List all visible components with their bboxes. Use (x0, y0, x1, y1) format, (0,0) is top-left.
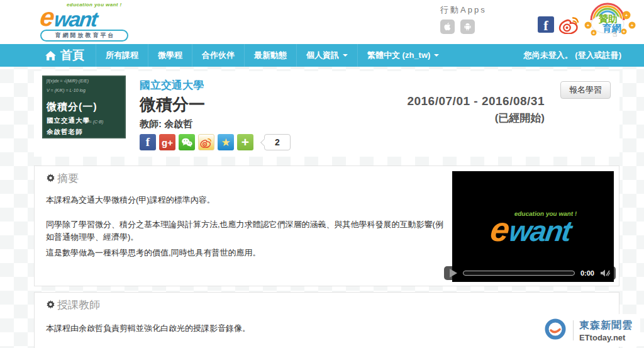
logo-word-want: want (53, 11, 98, 28)
share-wechat-icon[interactable] (179, 134, 195, 150)
teacher-paragraph: 本課程由余啟哲負責剪輯並強化白啟光的授課影音錄像。 (46, 322, 608, 335)
hand-cursor-icon: ☝ (613, 30, 617, 38)
nav-dropdown-profile[interactable]: 個人資訊 (296, 44, 357, 67)
ettoday-watermark: 東森新聞雲 ETtoday.net (538, 314, 640, 347)
watermark-en: ETtoday.net (579, 333, 633, 342)
main-container: ∫f(x)dx = √(M/R)·(E/E) V = (K/K) = L·10 … (34, 71, 619, 348)
course-teacher: 教師: 余啟哲 (140, 118, 407, 130)
summary-paragraph: 這是數學做為一種科學思考的價值,同時也具有普世的應用。 (46, 247, 445, 259)
summary-text: 本課程為交通大學微積分(甲)課程的標準內容。 同學除了學習微分、積分之基本理論與… (46, 194, 445, 259)
nav-dropdown-label: 個人資訊 (306, 50, 339, 61)
svg-text:+: + (592, 31, 595, 35)
top-header: education you want ! ewant 育網開放教育平台 行動Ap… (0, 0, 644, 44)
watermark-cn: 東森新聞雲 (579, 319, 633, 332)
home-icon (45, 51, 56, 60)
main-navbar: 首頁 所有課程 微學程 合作伙伴 最新動態 個人資訊 繁體中文 (zh_tw) … (0, 44, 644, 67)
summary-section: 摘要 本課程為交通大學微積分(甲)課程的標準內容。 同學除了學習微分、積分之基本… (34, 166, 619, 286)
nav-item-label: 合作伙伴 (202, 50, 235, 61)
watermark-divider (573, 320, 574, 340)
teacher-heading: 授課教師 (46, 298, 608, 312)
share-weibo-icon[interactable] (198, 134, 214, 150)
course-title: 微積分一 (140, 94, 407, 116)
svg-text:+: + (587, 23, 589, 28)
nav-item-news[interactable]: 最新動態 (244, 44, 296, 67)
video-ewant-logo: education you want ! ewant (489, 210, 577, 243)
course-university-link[interactable]: 國立交通大學 (140, 78, 407, 93)
chevron-down-icon (343, 54, 348, 57)
share-row: f g+ ★ + 2 (140, 134, 407, 150)
course-date-range: 2016/07/01 - 2016/08/31 (407, 94, 545, 108)
nav-home[interactable]: 首頁 (34, 44, 96, 67)
nav-dropdown-label: 繁體中文 (zh_tw) (367, 50, 430, 61)
sponsor-ewant-badge[interactable]: 贊助 育網 + + + + + ☝ (582, 1, 638, 43)
summary-heading-label: 摘要 (57, 171, 79, 186)
nav-item-label: 所有課程 (106, 50, 138, 61)
svg-text:+: + (631, 23, 633, 28)
video-logo-word-want: want (508, 220, 572, 243)
nav-dropdown-language[interactable]: 繁體中文 (zh_tw) (357, 44, 448, 67)
logo-wordmark: ewant (39, 6, 137, 28)
enroll-button[interactable]: 報名學習 (560, 81, 611, 99)
intro-video-player: education you want ! ewant 0:00 (452, 171, 614, 282)
logo-subtitle: 育網開放教育平台 (40, 30, 128, 42)
thumb-text: 微積分(一) 國立交通大學 余啟哲老師 (47, 101, 97, 137)
mobile-apps-label: 行動Apps (440, 4, 487, 16)
chevron-down-icon (434, 54, 439, 57)
thumb-formula: ∫f(x)dx = √(M/R)·(E/E) (47, 79, 89, 83)
video-progress-bar[interactable] (463, 271, 575, 276)
course-thumbnail[interactable]: ∫f(x)dx = √(M/R)·(E/E) V = (K/K) = L·10 … (42, 76, 126, 138)
thumb-formula: V = (K/K) = L·10 log (47, 88, 86, 93)
login-link[interactable]: 您尚未登入。 (登入或註冊) (524, 44, 644, 67)
mobile-apps-block: 行動Apps (440, 4, 487, 34)
ettoday-logo-icon (543, 317, 567, 344)
course-status: (已經開始) (407, 111, 545, 125)
svg-text:+: + (625, 13, 628, 18)
share-facebook-icon[interactable]: f (140, 134, 156, 150)
nav-item-micro-programs[interactable]: 微學程 (148, 44, 192, 67)
nav-home-label: 首頁 (60, 47, 84, 64)
video-screen[interactable]: education you want ! ewant (452, 171, 614, 282)
ewant-logo[interactable]: education you want ! ewant 育網開放教育平台 (40, 2, 136, 42)
share-qzone-icon[interactable]: ★ (218, 134, 234, 150)
thumb-teacher: 余啟哲老師 (47, 128, 97, 137)
share-googleplus-icon[interactable]: g+ (159, 134, 175, 150)
video-time: 0:00 (580, 269, 594, 277)
nav-item-label: 最新動態 (254, 50, 287, 61)
teacher-heading-label: 授課教師 (57, 298, 100, 312)
weibo-icon[interactable] (558, 15, 581, 36)
gear-icon (46, 174, 55, 183)
summary-paragraph: 本課程為交通大學微積分(甲)課程的標準內容。 (46, 194, 445, 206)
course-header-card: ∫f(x)dx = √(M/R)·(E/E) V = (K/K) = L·10 … (34, 71, 619, 157)
apple-appstore-icon[interactable] (440, 20, 455, 34)
nav-item-all-courses[interactable]: 所有課程 (96, 44, 148, 67)
play-button-icon[interactable] (450, 269, 457, 278)
course-info: 國立交通大學 微積分一 教師: 余啟哲 f g+ ★ + 2 (140, 76, 407, 150)
course-right-block: 2016/07/01 - 2016/08/31 (已經開始) 報名學習 (407, 79, 611, 150)
summary-paragraph: 同學除了學習微分、積分之基本理論與計算方法,也應力求體認它們深層的涵義、與其他學… (46, 218, 445, 244)
course-dates: 2016/07/01 - 2016/08/31 (已經開始) (407, 94, 545, 125)
thumb-course-title: 微積分(一) (47, 101, 97, 114)
video-logo-wordmark: ewant (489, 216, 577, 243)
teacher-section: 授課教師 本課程由余啟哲負責剪輯並強化白啟光的授課影音錄像。 ---------… (34, 292, 619, 348)
facebook-icon[interactable]: f (538, 16, 554, 33)
thumb-university: 國立交通大學 (47, 116, 97, 125)
share-more-icon[interactable]: + (237, 134, 253, 150)
share-count-badge: 2 (264, 134, 291, 150)
android-playstore-icon[interactable] (460, 20, 475, 34)
sponsor-badge-text-2: 育網 (602, 23, 621, 33)
mute-icon[interactable] (600, 269, 610, 278)
watermark-text: 東森新聞雲 ETtoday.net (579, 319, 633, 342)
mobile-apps-icons (440, 20, 487, 34)
nav-item-partners[interactable]: 合作伙伴 (192, 44, 244, 67)
nav-item-label: 微學程 (158, 50, 182, 61)
gear-icon (46, 300, 55, 310)
svg-text:+: + (623, 30, 625, 34)
video-controls: 0:00 (444, 266, 616, 280)
